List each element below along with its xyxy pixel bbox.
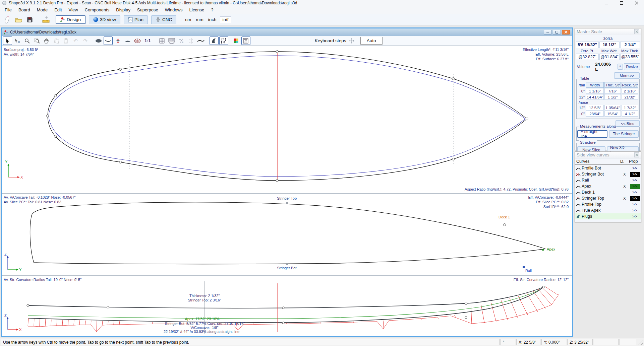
slice-view-icon[interactable]	[113, 37, 122, 45]
cell-width[interactable]: 1 1/16"	[586, 88, 604, 94]
curve-row-stringer-top[interactable]: Stringer Top X >>	[575, 195, 641, 201]
fin-icon[interactable]	[210, 37, 219, 45]
cell-rock[interactable]: 1 7/32"	[622, 105, 638, 111]
straight-line-button[interactable]: A straight line	[577, 130, 607, 138]
paste-icon[interactable]	[61, 37, 70, 45]
cell-rock[interactable]: 2 1/16"	[622, 88, 638, 94]
more-button[interactable]: More >>	[614, 72, 640, 79]
prop-button[interactable]: >>	[630, 178, 640, 183]
cell-width[interactable]: 12 5/8"	[586, 105, 604, 111]
new-board-icon[interactable]	[2, 15, 12, 24]
zero-pt-value[interactable]: @32.827"	[576, 54, 599, 60]
menu-file[interactable]: File	[1, 6, 15, 13]
resize-button[interactable]: Resize	[624, 63, 640, 70]
document-title-bar[interactable]: C:\Users\thoma\Downloads\regi.s3dx	[2, 28, 572, 36]
prop-button[interactable]: >>	[630, 202, 640, 207]
doc-minimize-icon[interactable]	[544, 30, 552, 34]
plan-view[interactable]: Y X Surface proj.: 6.53 ft² Av. width: 1…	[2, 46, 572, 193]
cell-thic[interactable]: 1 35/64"	[604, 105, 621, 111]
menu-help[interactable]: ?	[208, 6, 217, 13]
menu-edit[interactable]: Edit	[51, 6, 65, 13]
deck-view-icon[interactable]	[123, 37, 132, 45]
grid-icon[interactable]	[158, 37, 167, 45]
select-box-icon[interactable]	[13, 37, 22, 45]
menu-mode[interactable]: Mode	[34, 6, 51, 13]
menu-components[interactable]: Components	[81, 6, 113, 13]
cell-thic[interactable]: 15/64"	[604, 111, 621, 117]
bottom-view-icon[interactable]	[104, 37, 113, 45]
open-icon[interactable]	[13, 15, 23, 24]
ratio-icon[interactable]	[177, 37, 186, 45]
length-value[interactable]: 5'6 19/32"	[576, 42, 599, 48]
move-cross-icon[interactable]	[349, 38, 354, 44]
auto-button[interactable]: Auto	[360, 37, 383, 45]
menu-view[interactable]: View	[65, 6, 81, 13]
display-flag[interactable]: X	[620, 196, 629, 200]
stringer-bot-handle[interactable]	[286, 263, 288, 265]
menu-display[interactable]: Display	[113, 6, 134, 13]
mesh-view-icon[interactable]	[133, 37, 142, 45]
curve-row-true-apex[interactable]: True Apex >>	[575, 207, 641, 213]
master-scale-caption[interactable]: Master Scale	[575, 28, 641, 35]
close-icon[interactable]	[629, 0, 644, 6]
menu-board[interactable]: Board	[15, 6, 34, 13]
control-points[interactable]	[27, 286, 544, 324]
menu-license[interactable]: License	[186, 6, 208, 13]
prop-button[interactable]: >>	[630, 196, 640, 201]
measurements-form-icon[interactable]	[241, 37, 250, 45]
redo-icon[interactable]: ↷	[81, 37, 90, 45]
3d-view-button[interactable]: 3D view	[89, 15, 120, 24]
unit-cm[interactable]: cm	[185, 17, 191, 22]
cell-thic[interactable]: 1 1/2"	[604, 94, 621, 100]
design-button[interactable]: Design	[56, 15, 85, 24]
col-rock-str-button[interactable]: Rock. Str	[622, 82, 638, 88]
side-view[interactable]: Z Y Av. V/Concave Tail: -0.1028" Nose: -…	[2, 193, 572, 275]
curve-row-deck1[interactable]: Deck 1 >>	[575, 189, 641, 195]
pan-hand-icon[interactable]	[42, 37, 51, 45]
unit-inf[interactable]: in/f	[220, 16, 231, 23]
cell-width[interactable]: 23/64"	[586, 111, 604, 117]
prop-button[interactable]: >>	[630, 172, 640, 177]
cell-width[interactable]: 14 41/64"	[586, 94, 604, 100]
btns-button[interactable]: << Btns	[616, 120, 640, 127]
select-arrow-icon[interactable]	[3, 37, 12, 45]
cell-rock[interactable]: 4 1/2"	[622, 111, 638, 117]
curve-row-profile-bot[interactable]: Profile Bot >>	[575, 165, 641, 171]
rocker-view[interactable]: Z X Av. Str. Curvature Radius Tail: 19' …	[2, 275, 572, 335]
rocker-line-icon[interactable]	[196, 37, 206, 45]
star-button[interactable]: *	[618, 64, 623, 70]
the-stringer-button[interactable]: The Stringer	[609, 130, 639, 138]
apex-handle[interactable]	[542, 249, 544, 251]
resize-grip[interactable]	[637, 339, 643, 345]
dims-panel-icon[interactable]	[167, 37, 176, 45]
prop-button[interactable]: >>	[630, 190, 640, 195]
curve-row-profile-top[interactable]: Profile Top >>	[575, 201, 641, 207]
max-wdt-value[interactable]: @31.834"	[599, 54, 620, 60]
curve-row-plugs[interactable]: Plugs >>	[575, 213, 641, 219]
stringer-top-handle[interactable]	[286, 202, 288, 204]
zoom-icon[interactable]	[22, 37, 32, 45]
maximize-icon[interactable]	[614, 0, 629, 6]
cnc-button[interactable]: CNC	[151, 15, 176, 24]
copy-icon[interactable]	[52, 37, 61, 45]
board-name[interactable]: zorra	[575, 36, 641, 41]
width-value[interactable]: 18 1/2"	[599, 42, 620, 48]
doc-close-icon[interactable]	[562, 30, 570, 34]
outline-view-icon[interactable]	[94, 37, 103, 45]
curves-panel-caption[interactable]: Side view curves	[575, 152, 641, 158]
scale-1-1[interactable]: 1:1	[142, 38, 153, 43]
panel-close-icon[interactable]	[634, 152, 639, 157]
minimize-icon[interactable]	[599, 0, 614, 6]
unit-inch[interactable]: inch	[208, 17, 217, 22]
measure-icon[interactable]	[41, 15, 51, 24]
save-icon[interactable]	[25, 15, 35, 24]
cell-rock[interactable]: 21/32"	[622, 94, 638, 100]
display-flag[interactable]: X	[620, 172, 629, 176]
curve-row-rail[interactable]: Rail >>	[575, 177, 641, 183]
col-width-button[interactable]: Width	[586, 82, 604, 88]
prop-button[interactable]: >>	[630, 214, 640, 219]
doc-maximize-icon[interactable]	[553, 30, 561, 34]
s-curves-icon[interactable]	[219, 37, 228, 45]
zoom-rect-icon[interactable]	[32, 37, 41, 45]
display-flag[interactable]: X	[620, 184, 629, 188]
